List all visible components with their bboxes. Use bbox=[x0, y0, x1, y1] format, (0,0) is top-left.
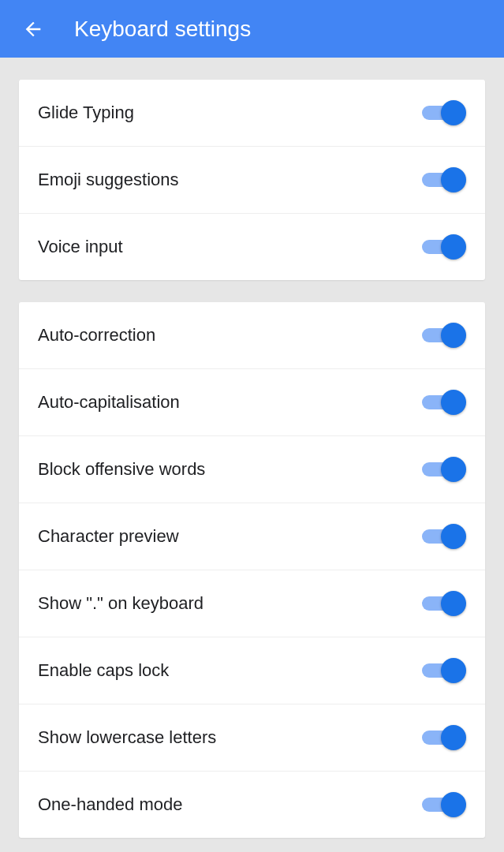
setting-label: Block offensive words bbox=[38, 459, 205, 480]
toggle-block-offensive-words[interactable] bbox=[422, 457, 466, 482]
setting-label: Auto-capitalisation bbox=[38, 392, 180, 413]
setting-character-preview[interactable]: Character preview bbox=[19, 503, 485, 570]
content: Glide Typing Emoji suggestions Voice inp… bbox=[0, 80, 504, 838]
setting-show-lowercase-letters[interactable]: Show lowercase letters bbox=[19, 704, 485, 772]
toggle-voice-input[interactable] bbox=[422, 234, 466, 260]
settings-section-1: Glide Typing Emoji suggestions Voice inp… bbox=[19, 80, 485, 280]
toggle-thumb bbox=[441, 792, 466, 817]
toggle-character-preview[interactable] bbox=[422, 524, 466, 549]
toggle-thumb bbox=[441, 524, 466, 549]
setting-label: Emoji suggestions bbox=[38, 170, 179, 190]
setting-voice-input[interactable]: Voice input bbox=[19, 214, 485, 280]
page-title: Keyboard settings bbox=[74, 17, 251, 42]
toggle-show-period-on-keyboard[interactable] bbox=[422, 591, 466, 616]
toggle-show-lowercase-letters[interactable] bbox=[422, 725, 466, 750]
toggle-auto-capitalisation[interactable] bbox=[422, 390, 466, 415]
toggle-thumb bbox=[441, 234, 466, 260]
setting-label: Show "." on keyboard bbox=[38, 593, 203, 614]
setting-label: Auto-correction bbox=[38, 325, 155, 346]
settings-section-2: Auto-correction Auto-capitalisation Bloc… bbox=[19, 302, 485, 838]
toggle-auto-correction[interactable] bbox=[422, 323, 466, 348]
setting-auto-correction[interactable]: Auto-correction bbox=[19, 302, 485, 369]
toggle-one-handed-mode[interactable] bbox=[422, 792, 466, 817]
setting-label: Show lowercase letters bbox=[38, 727, 216, 748]
back-button[interactable] bbox=[16, 12, 50, 47]
toggle-thumb bbox=[441, 390, 466, 415]
toggle-thumb bbox=[441, 725, 466, 750]
setting-glide-typing[interactable]: Glide Typing bbox=[19, 80, 485, 147]
setting-one-handed-mode[interactable]: One-handed mode bbox=[19, 772, 485, 838]
arrow-left-icon bbox=[22, 18, 44, 40]
toggle-thumb bbox=[441, 658, 466, 683]
toggle-thumb bbox=[441, 591, 466, 616]
setting-label: One-handed mode bbox=[38, 794, 182, 815]
toggle-thumb bbox=[441, 323, 466, 348]
setting-label: Voice input bbox=[38, 237, 123, 257]
toggle-emoji-suggestions[interactable] bbox=[422, 167, 466, 192]
setting-show-period-on-keyboard[interactable]: Show "." on keyboard bbox=[19, 570, 485, 637]
setting-auto-capitalisation[interactable]: Auto-capitalisation bbox=[19, 369, 485, 436]
setting-label: Enable caps lock bbox=[38, 660, 169, 681]
toggle-thumb bbox=[441, 457, 466, 482]
setting-enable-caps-lock[interactable]: Enable caps lock bbox=[19, 637, 485, 704]
setting-label: Character preview bbox=[38, 526, 179, 547]
setting-block-offensive-words[interactable]: Block offensive words bbox=[19, 436, 485, 503]
setting-emoji-suggestions[interactable]: Emoji suggestions bbox=[19, 147, 485, 214]
header: Keyboard settings bbox=[0, 0, 504, 58]
toggle-glide-typing[interactable] bbox=[422, 100, 466, 125]
toggle-enable-caps-lock[interactable] bbox=[422, 658, 466, 683]
toggle-thumb bbox=[441, 167, 466, 192]
setting-label: Glide Typing bbox=[38, 103, 134, 123]
toggle-thumb bbox=[441, 100, 466, 125]
